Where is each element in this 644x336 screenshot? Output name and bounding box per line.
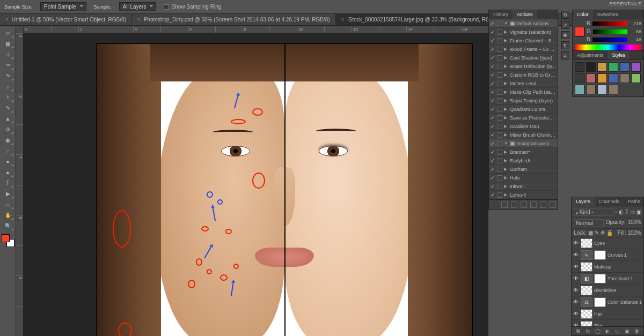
check-icon[interactable]: ✓ [490,55,495,61]
g-value[interactable]: 66 [630,29,641,34]
disclosure-icon[interactable]: ▶ [504,38,508,43]
tab-actions[interactable]: Actions [513,10,537,19]
visibility-icon[interactable]: 👁 [573,299,579,305]
check-icon[interactable]: ✓ [490,141,495,146]
disclosure-icon[interactable]: ▶ [504,115,508,120]
tab-styles[interactable]: Styles [608,51,630,59]
play-icon[interactable] [521,201,527,208]
tool-13[interactable]: ▲ [2,167,14,177]
filter-shape-icon[interactable]: ▭ [630,209,635,215]
tool-1[interactable]: ▦ [2,38,14,49]
dialog-toggle[interactable] [497,150,502,155]
dialog-toggle[interactable] [497,47,502,52]
layer-mask[interactable] [594,250,606,260]
dialog-toggle[interactable] [497,124,502,129]
action-item[interactable]: ✓▶Sepia Toning (layer) [489,96,558,105]
filter-adj-icon[interactable]: ◐ [619,209,624,215]
sample-dropdown[interactable]: All Layers [119,2,157,11]
disclosure-icon[interactable]: ▶ [504,192,508,197]
visibility-icon[interactable]: 👁 [573,264,579,270]
layer-row[interactable]: 👁Eyes [572,237,643,249]
action-item[interactable]: ✓▶Water Reflection (ty... [489,62,558,71]
check-icon[interactable]: ✓ [490,158,495,163]
layer-thumb[interactable] [581,286,592,295]
layer-thumb[interactable] [581,238,592,248]
layer-name[interactable]: Curves 1 [608,252,642,258]
tool-8[interactable]: ▲ [2,113,14,124]
style-swatch[interactable] [586,73,596,83]
dialog-toggle[interactable] [497,55,502,61]
layer-thumb[interactable] [581,309,592,319]
action-item[interactable]: ✓▶Make Clip Path (selec... [489,88,558,96]
dialog-toggle[interactable] [497,167,502,172]
action-item[interactable]: ✓▶Earlybird* [489,156,558,165]
action-item[interactable]: ✓▶Mixer Brush Cloning P... [489,131,558,139]
g-slider[interactable] [593,29,627,34]
close-icon[interactable]: × [137,17,141,23]
check-icon[interactable]: ✓ [490,107,495,112]
style-swatch[interactable] [575,73,584,83]
layer-row[interactable]: 👁⚖Color Balance 1 [572,296,643,308]
visibility-icon[interactable]: 👁 [573,275,579,281]
layer-name[interactable]: Makeup [594,264,642,270]
collapsed-panel-icon[interactable]: ↗ [561,21,569,29]
color-swatches[interactable] [2,234,14,247]
dialog-toggle[interactable] [497,81,502,86]
trash-icon[interactable]: 🗑 [634,328,640,334]
tool-10[interactable]: ◉ [2,135,14,145]
style-swatch[interactable] [586,62,596,72]
tool-16[interactable]: ▭ [2,199,14,210]
fill-value[interactable]: 100% [627,230,641,236]
close-icon[interactable]: × [5,17,9,23]
action-item[interactable]: ✓▶Inkwell [489,182,558,191]
dialog-toggle[interactable] [497,158,502,163]
collapsed-panel-icon[interactable]: ≡ [561,51,569,59]
tool-18[interactable]: 🔍 [2,220,14,231]
style-swatch[interactable] [609,85,618,94]
visibility-icon[interactable]: 👁 [573,252,579,258]
adj-thumb[interactable]: ◧ [581,274,592,283]
tool-9[interactable]: ⟳ [2,124,14,135]
foreground-swatch[interactable] [575,27,584,36]
action-item[interactable]: ✓▶Wood Frame – 50 pixe... [489,45,558,54]
tool-17[interactable]: ✋ [2,210,14,220]
action-item[interactable]: ✓▶Lomo-fi [489,191,558,199]
tab-adjustments[interactable]: Adjustments [573,51,608,59]
layer-row[interactable]: 👁Blemishes [572,285,643,296]
tab-channels[interactable]: Channels [595,197,624,206]
sample-size-dropdown[interactable]: Point Sample [40,2,86,11]
disclosure-icon[interactable]: ▶ [504,175,508,180]
b-slider[interactable] [592,38,627,42]
adj-layer-icon[interactable]: ◐ [605,328,610,334]
document-tab[interactable]: ×iStock_000032158574Large.jpg @ 33.3% (B… [336,14,511,25]
check-icon[interactable]: ✓ [490,184,495,189]
layer-mask[interactable] [594,274,606,283]
disclosure-icon[interactable]: ▶ [504,89,508,94]
filter-smart-icon[interactable]: ▣ [636,209,641,215]
disclosure-icon[interactable]: ▶ [504,107,508,111]
layer-name[interactable]: Color Balance 1 [608,300,642,305]
tool-14[interactable]: T [2,177,14,188]
dialog-toggle[interactable] [497,98,502,103]
disclosure-icon[interactable]: ▶ [504,81,508,86]
disclosure-icon[interactable]: ▶ [504,55,508,60]
fg-swatch[interactable] [2,234,10,242]
new-set-icon[interactable] [530,201,537,208]
visibility-icon[interactable]: 👁 [573,323,579,326]
style-swatch[interactable] [597,85,607,94]
action-item[interactable]: ✓▶Cast Shadow (type) [489,54,558,62]
style-swatch[interactable] [609,73,618,83]
action-item[interactable]: ✓▶Save as Photoshop PDF [489,114,558,122]
action-item[interactable]: ✓▶Vignette (selection) [489,28,558,36]
adj-thumb[interactable]: ∿ [581,250,592,260]
mask-icon[interactable]: ◯ [595,328,601,334]
tool-2[interactable]: ⊹ [2,49,14,59]
r-slider[interactable] [592,21,627,26]
layer-name[interactable]: Threshold 1 [608,276,642,281]
layer-row[interactable]: 👁◧Threshold 1 [572,273,643,285]
action-item[interactable]: ✓▶Gotham [489,165,558,174]
layer-thumb[interactable] [581,321,592,327]
tab-color[interactable]: Color [573,10,593,19]
disclosure-icon[interactable]: ▶ [504,184,508,189]
layer-row[interactable]: 👁Skin [572,320,643,326]
